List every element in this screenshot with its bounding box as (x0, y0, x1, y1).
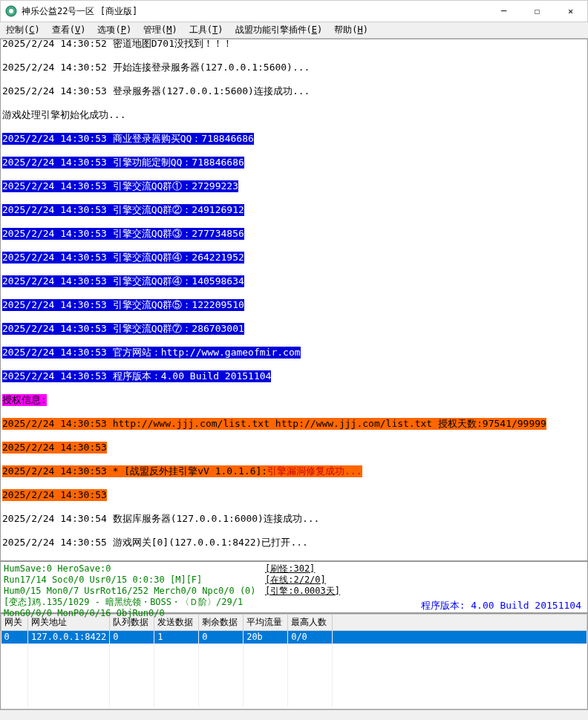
log-line: 2025/2/24 14:30:53 程序版本：4.00 Build 20151… (1, 370, 587, 382)
status-line: Run17/14 Soc0/0 Usr0/15 0:0:30 [M][F] (4, 575, 258, 586)
titlebar: 神乐公益22号一区 [商业版] ─ ☐ ✕ (0, 0, 588, 22)
log-line: 2025/2/24 14:30:53 引擎交流QQ群⑦：286703001 (1, 323, 587, 335)
status-line: Hum0/15 Mon0/7 UsrRot16/252 Merch0/0 Npc… (4, 586, 258, 597)
gateway-table-area[interactable]: 网关 网关地址 队列数据 发送数据 剩余数据 平均流量 最高人数 0 127.0… (0, 613, 588, 710)
close-button[interactable]: ✕ (554, 1, 587, 22)
statusbar (0, 710, 588, 720)
status-line: HumSave:0 HeroSave:0 (4, 563, 258, 575)
log-line: 授权信息: (1, 394, 587, 406)
log-line: 2025/2/24 14:30:53 引擎交流QQ群③：277734856 (1, 228, 587, 240)
log-line: 游戏处理引擎初始化成功... (1, 109, 587, 121)
status-left: HumSave:0 HeroSave:0 Run17/14 Soc0/0 Usr… (1, 562, 261, 612)
col-max[interactable]: 最高人数 (288, 615, 333, 631)
status-online: [在线:2/2/0] (265, 575, 583, 586)
log-line: 2025/2/24 14:30:52 开始连接登录服务器(127.0.0.1:5… (1, 62, 587, 73)
app-icon (5, 5, 17, 17)
col-queue[interactable]: 队列数据 (110, 615, 154, 631)
log-line: 2025/2/24 14:30:52 密道地图D701没找到！！！ (1, 39, 587, 50)
status-area: HumSave:0 HeroSave:0 Run17/14 Soc0/0 Usr… (0, 561, 588, 613)
col-send[interactable]: 发送数据 (154, 615, 199, 631)
log-area[interactable]: 正在加载地图触发事件信息... 加载地图触发事件信息成功... 正在加载任务说明… (0, 39, 588, 561)
log-line: 2025/2/24 14:30:55 游戏网关[0](127.0.0.1:842… (1, 537, 587, 549)
version-label: 程序版本: 4.00 Build 20151104 (421, 600, 581, 611)
status-line: [变态]鸡.135/1029 - 暗黑统领・BOSS・〈Ｄ阶〉/29/1 (4, 597, 258, 608)
table-row (1, 656, 587, 669)
col-avg[interactable]: 平均流量 (244, 615, 288, 631)
log-line: 2025/2/24 14:30:53 * [战盟反外挂引擎vV 1.0.1.6]… (1, 465, 587, 477)
maximize-button[interactable]: ☐ (520, 1, 554, 22)
status-right: [刷怪:302] [在线:2/2/0] [引擎:0.0003天] 程序版本: 4… (261, 562, 587, 612)
window-title: 神乐公益22号一区 [商业版] (22, 5, 487, 18)
log-line: 2025/2/24 14:30:53 http://www.jjj.com/li… (1, 418, 587, 430)
table-row[interactable]: 0 127.0.0.1:8422 0 1 0 20b 0/0 (1, 631, 587, 644)
menu-view[interactable]: 查看(V) (49, 22, 89, 38)
log-line: 2025/2/24 14:30:53 引擎功能定制QQ：718846686 (1, 157, 587, 168)
table-row (1, 681, 587, 694)
gateway-table: 网关 网关地址 队列数据 发送数据 剩余数据 平均流量 最高人数 0 127.0… (1, 614, 587, 707)
log-line: 2025/2/24 14:30:53 引擎交流QQ群⑤：122209510 (1, 299, 587, 311)
col-spacer (333, 615, 587, 631)
log-line: 2025/2/24 14:30:53 (1, 442, 587, 454)
svg-point-1 (9, 9, 13, 13)
log-line: 2025/2/24 14:30:53 (1, 489, 587, 501)
log-line: 2025/2/24 14:30:53 引擎交流QQ群④：264221952 (1, 252, 587, 264)
table-row (1, 644, 587, 656)
table-row (1, 669, 587, 681)
log-line: 2025/2/24 14:30:53 引擎交流QQ群①：27299223 (1, 180, 587, 192)
log-line: 2025/2/24 14:30:53 官方网站：http://www.gameo… (1, 347, 587, 359)
menu-tools[interactable]: 工具(T) (186, 22, 226, 38)
menu-plugin[interactable]: 战盟功能引擎插件(E) (232, 22, 326, 38)
menu-options[interactable]: 选项(P) (94, 22, 134, 38)
status-monster: [刷怪:302] (265, 563, 583, 575)
log-line: 2025/2/24 14:30:53 引擎交流QQ群②：249126912 (1, 204, 587, 216)
menu-help[interactable]: 帮助(H) (331, 22, 371, 38)
table-row (1, 694, 587, 707)
log-line: 2025/2/24 14:30:54 数据库服务器(127.0.0.1:6000… (1, 513, 587, 525)
menubar: 控制(C) 查看(V) 选项(P) 管理(M) 工具(T) 战盟功能引擎插件(E… (0, 22, 588, 39)
menu-manage[interactable]: 管理(M) (140, 22, 180, 38)
status-engine: [引擎:0.0003天] (265, 586, 583, 597)
menu-control[interactable]: 控制(C) (3, 22, 43, 38)
col-remain[interactable]: 剩余数据 (199, 615, 244, 631)
log-line: 2025/2/24 14:30:53 引擎交流QQ群④：140598634 (1, 275, 587, 287)
minimize-button[interactable]: ─ (487, 1, 520, 22)
log-line: 2025/2/24 14:30:53 登录服务器(127.0.0.1:5600)… (1, 85, 587, 97)
log-line: 2025/2/24 14:30:53 商业登录器购买QQ：718846686 (1, 133, 587, 145)
